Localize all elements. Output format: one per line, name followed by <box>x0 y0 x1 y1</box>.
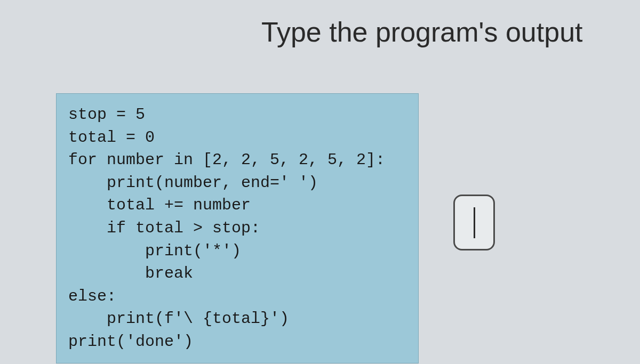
code-line: print('done') <box>68 333 193 351</box>
code-line: print(f'\ {total}') <box>68 310 289 328</box>
code-line: print(number, end=' ') <box>68 174 318 192</box>
question-title: Type the program's output <box>261 16 583 48</box>
code-line: stop = 5 <box>68 106 145 124</box>
code-line: total += number <box>68 196 251 214</box>
code-line: for number in [2, 2, 5, 2, 5, 2]: <box>68 151 385 169</box>
code-line: break <box>68 264 193 282</box>
text-cursor <box>474 207 475 238</box>
code-line: if total > stop: <box>68 219 260 237</box>
code-line: else: <box>68 287 116 305</box>
answer-input[interactable] <box>453 195 495 250</box>
code-line: print('*') <box>68 242 241 260</box>
code-line: total = 0 <box>68 128 155 147</box>
code-block: stop = 5 total = 0 for number in [2, 2, … <box>56 93 419 363</box>
